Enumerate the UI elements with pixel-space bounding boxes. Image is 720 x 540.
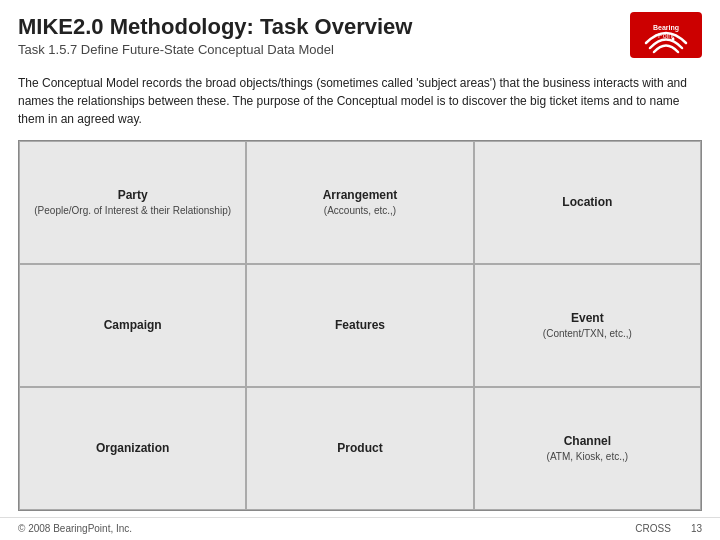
cell-features: Features (246, 264, 473, 387)
footer-copyright: © 2008 BearingPoint, Inc. (18, 523, 132, 534)
footer-code: CROSS (635, 523, 671, 534)
footer-right: CROSS 13 (635, 523, 702, 534)
cell-organization-label: Organization (96, 441, 169, 455)
cell-party: Party (People/Org. of Interest & their R… (19, 141, 246, 264)
diagram-grid: Party (People/Org. of Interest & their R… (18, 140, 702, 511)
header-text: MIKE2.0 Methodology: Task Overview Task … (18, 14, 614, 57)
logo: Bearing Point (630, 12, 702, 58)
cell-location-label: Location (562, 195, 612, 209)
cell-arrangement: Arrangement (Accounts, etc.,) (246, 141, 473, 264)
cell-party-sublabel: (People/Org. of Interest & their Relatio… (34, 205, 231, 217)
cell-event-label: Event (571, 311, 604, 325)
cell-campaign-label: Campaign (104, 318, 162, 332)
footer: © 2008 BearingPoint, Inc. CROSS 13 (0, 517, 720, 540)
cell-organization: Organization (19, 387, 246, 510)
diagram: Party (People/Org. of Interest & their R… (0, 136, 720, 515)
cell-location: Location (474, 141, 701, 264)
cell-campaign: Campaign (19, 264, 246, 387)
page: MIKE2.0 Methodology: Task Overview Task … (0, 0, 720, 540)
cell-event-sublabel: (Content/TXN, etc.,) (543, 328, 632, 340)
cell-event: Event (Content/TXN, etc.,) (474, 264, 701, 387)
cell-arrangement-label: Arrangement (323, 188, 398, 202)
page-subtitle: Task 1.5.7 Define Future-State Conceptua… (18, 42, 614, 57)
footer-page: 13 (691, 523, 702, 534)
cell-product-label: Product (337, 441, 382, 455)
header: MIKE2.0 Methodology: Task Overview Task … (0, 0, 720, 64)
cell-arrangement-sublabel: (Accounts, etc.,) (324, 205, 396, 217)
body-text: The Conceptual Model records the broad o… (0, 64, 720, 136)
cell-channel: Channel (ATM, Kiosk, etc.,) (474, 387, 701, 510)
cell-product: Product (246, 387, 473, 510)
cell-party-label: Party (118, 188, 148, 202)
cell-channel-sublabel: (ATM, Kiosk, etc.,) (547, 451, 629, 463)
logo-icon: Bearing Point (634, 15, 698, 55)
svg-text:Bearing: Bearing (653, 24, 679, 32)
cell-features-label: Features (335, 318, 385, 332)
svg-text:Point: Point (658, 32, 674, 39)
page-title: MIKE2.0 Methodology: Task Overview (18, 14, 614, 40)
cell-channel-label: Channel (564, 434, 611, 448)
